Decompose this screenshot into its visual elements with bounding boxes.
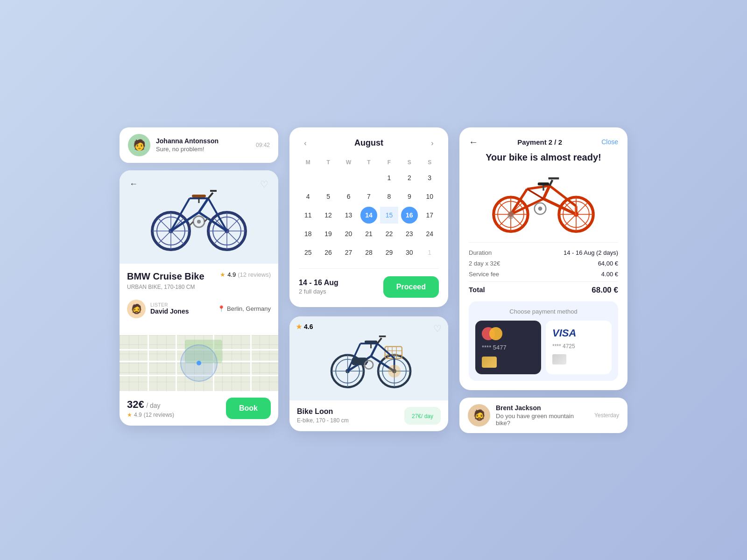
avatar-brent: 🧔: [468, 404, 490, 427]
right-column: ← Payment 2 / 2 Close Your bike is almos…: [459, 127, 627, 433]
day-rate-label: 2 day x 32€: [469, 260, 500, 267]
cal-day-3[interactable]: 3: [421, 169, 438, 186]
date-range-label: 14 - 16 Aug: [299, 279, 338, 287]
cal-day-2[interactable]: 2: [401, 169, 418, 186]
svg-point-58: [388, 364, 401, 377]
cal-day-4[interactable]: 4: [300, 188, 317, 205]
lister-row: 🧔 LISTER David Jones 📍 Berlin, Germany: [127, 296, 271, 322]
payment-close-button[interactable]: Close: [601, 138, 618, 146]
cal-day-25[interactable]: 25: [300, 244, 317, 261]
day-header-s1: S: [400, 157, 418, 168]
lister-avatar: 🧔: [127, 300, 146, 318]
chat-message-johanna: Sure, no problem!: [156, 146, 250, 153]
cal-day-6[interactable]: 6: [340, 188, 357, 205]
bike-image-blue: [143, 180, 255, 254]
star-icon-list: ★: [296, 323, 302, 330]
cal-day-9[interactable]: 9: [401, 188, 418, 205]
proceed-button[interactable]: Proceed: [383, 276, 439, 298]
calendar-next-button[interactable]: ›: [426, 137, 439, 150]
cal-day-8[interactable]: 8: [381, 188, 397, 205]
visa-logo: VISA: [552, 327, 605, 339]
svg-line-88: [575, 206, 576, 215]
date-sub-label: 2 full days: [299, 288, 338, 295]
cal-day-11[interactable]: 11: [300, 207, 317, 224]
cal-day-14[interactable]: 14: [360, 207, 377, 224]
cal-day-20[interactable]: 20: [340, 225, 357, 242]
location-info: 📍 Berlin, Germany: [218, 305, 271, 312]
payment-back-button[interactable]: ←: [469, 137, 478, 147]
card-chip: [482, 357, 497, 368]
bike-list-info: Bike Loon E-bike, 170 - 180 cm 27€/ day: [289, 400, 448, 431]
svg-line-16: [199, 198, 208, 212]
bike-image-city: [322, 323, 416, 393]
bike-type: URBAN BIKE, 170-180 CM: [127, 284, 204, 290]
book-button[interactable]: Book: [226, 398, 271, 419]
chat-info-brent: Brent Jackson Do you have green mountain…: [496, 404, 589, 427]
back-button[interactable]: ←: [126, 177, 141, 192]
cal-day-1[interactable]: 1: [381, 169, 397, 186]
booking-footer: 32€ / day ★ 4.9 (12 reviews) Book: [120, 391, 278, 426]
calendar-prev-button[interactable]: ‹: [299, 137, 312, 150]
cal-day-12[interactable]: 12: [320, 207, 337, 224]
cal-day-29[interactable]: 29: [381, 244, 397, 261]
star-icon: ★: [220, 271, 226, 278]
list-price-badge: 27€/ day: [404, 407, 441, 425]
reviews-row-footer: ★ 4.9 (12 reviews): [127, 412, 174, 418]
bike-info: BMW Cruise Bike URBAN BIKE, 170-180 CM ★…: [120, 264, 278, 335]
cal-day-19[interactable]: 19: [320, 225, 337, 242]
cal-day-17[interactable]: 17: [421, 207, 438, 224]
chat-time-johanna: 09:42: [256, 142, 270, 148]
duration-row: Duration 14 - 16 Aug (2 days): [469, 249, 618, 256]
cal-day-30[interactable]: 30: [401, 244, 418, 261]
duration-value: 14 - 16 Aug (2 days): [564, 249, 618, 256]
cal-day-27[interactable]: 27: [340, 244, 357, 261]
calendar-header: ‹ August ›: [299, 137, 439, 150]
mastercard-number: **** 5477: [482, 344, 535, 351]
payment-header: ← Payment 2 / 2 Close: [469, 137, 618, 147]
chat-name-brent: Brent Jackson: [496, 404, 589, 412]
svg-line-78: [527, 186, 550, 189]
cal-day-31[interactable]: 1: [421, 244, 438, 261]
star-icon-footer: ★: [127, 412, 132, 418]
payment-card: ← Payment 2 / 2 Close Your bike is almos…: [459, 127, 627, 390]
cal-day-7[interactable]: 7: [360, 188, 377, 205]
mastercard-logo: [482, 327, 535, 340]
cal-day-23[interactable]: 23: [401, 225, 418, 242]
cal-day-13[interactable]: 13: [340, 207, 357, 224]
cal-day-5[interactable]: 5: [320, 188, 337, 205]
visa-chip: [552, 354, 566, 364]
cal-day-empty-4: [360, 169, 377, 186]
cal-day-18[interactable]: 18: [300, 225, 317, 242]
mastercard-card[interactable]: **** 5477: [475, 321, 541, 374]
day-header-t1: T: [319, 157, 337, 168]
cal-day-15[interactable]: 15: [380, 207, 398, 224]
favorite-button[interactable]: ♡: [257, 177, 272, 192]
day-rate-row: 2 day x 32€ 64,00 €: [469, 260, 618, 267]
cal-day-empty-1: [300, 169, 317, 186]
cal-day-24[interactable]: 24: [421, 225, 438, 242]
avatar-johanna: 🧑: [128, 134, 150, 156]
day-header-m: M: [299, 157, 317, 168]
svg-line-80: [527, 189, 543, 199]
chat-bubble-top: 🧑 Johanna Antonsson Sure, no problem! 09…: [120, 127, 278, 163]
cal-day-10[interactable]: 10: [421, 188, 438, 205]
cal-day-28[interactable]: 28: [360, 244, 377, 261]
cal-day-21[interactable]: 21: [360, 225, 377, 242]
calendar-footer: 14 - 16 Aug 2 full days Proceed: [299, 268, 439, 298]
cal-day-16[interactable]: 16: [401, 207, 418, 224]
day-header-w: W: [339, 157, 358, 168]
cal-day-22[interactable]: 22: [381, 225, 397, 242]
list-favorite-button[interactable]: ♡: [433, 323, 442, 334]
rating-row: ★ 4.9 (12 reviews): [220, 271, 271, 278]
visa-card[interactable]: VISA **** 4725: [546, 321, 612, 374]
svg-point-81: [507, 211, 514, 219]
cards-row: **** 5477 VISA **** 4725: [475, 321, 612, 374]
cal-day-empty-3: [340, 169, 357, 186]
cal-day-26[interactable]: 26: [320, 244, 337, 261]
payment-heading: Your bike is almost ready!: [469, 152, 618, 163]
svg-line-22: [208, 193, 213, 198]
payment-method-section: Choose payment method **** 5477 VISA: [469, 301, 618, 381]
left-column: 🧑 Johanna Antonsson Sure, no problem! 09…: [120, 127, 278, 426]
mc-circle-yellow: [489, 327, 502, 340]
date-range-section: 14 - 16 Aug 2 full days: [299, 279, 338, 295]
